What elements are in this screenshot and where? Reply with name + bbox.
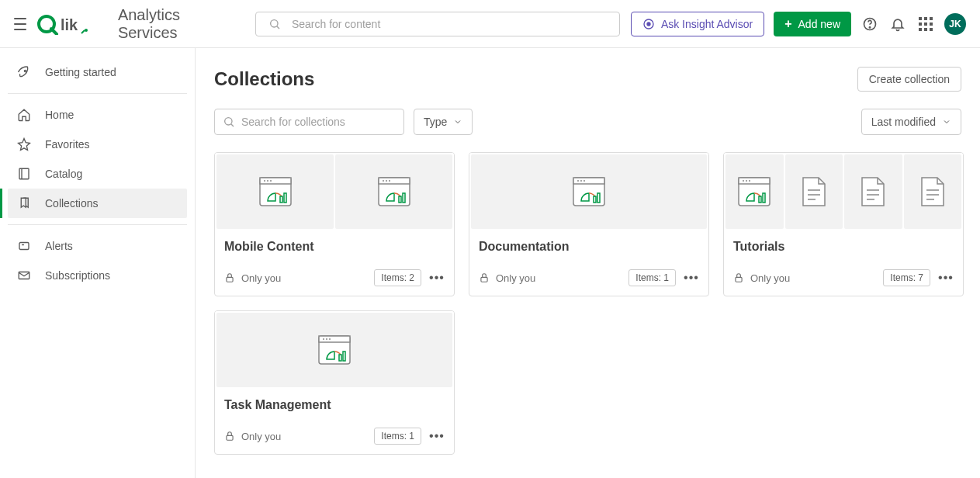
lock-icon: [479, 272, 490, 283]
type-filter-label: Type: [424, 116, 447, 128]
more-actions-icon[interactable]: •••: [684, 270, 699, 286]
app-launcher-icon[interactable]: [916, 15, 935, 33]
svg-rect-15: [924, 28, 927, 31]
tenant-name: Analytics Services: [118, 6, 218, 42]
plus-icon: +: [784, 18, 791, 30]
visibility-label: Only you: [241, 431, 281, 442]
collection-footer: Only youItems: 1•••: [469, 265, 708, 296]
svg-point-5: [647, 23, 650, 26]
ask-insight-advisor-button[interactable]: Ask Insight Advisor: [631, 12, 764, 36]
svg-point-32: [386, 180, 387, 182]
sidebar-item-label: Subscriptions: [45, 269, 110, 282]
doc-thumb-icon: [904, 154, 962, 229]
main-content: Collections Create collection Type Last …: [196, 48, 980, 478]
lock-icon: [224, 272, 235, 283]
add-new-label: Add new: [798, 18, 840, 30]
svg-point-26: [270, 180, 272, 182]
collection-card[interactable]: Mobile ContentOnly youItems: 2•••: [214, 152, 455, 296]
search-icon: [265, 15, 284, 33]
collection-search-input[interactable]: [241, 116, 396, 128]
more-actions-icon[interactable]: •••: [938, 270, 954, 286]
notifications-icon[interactable]: [888, 15, 907, 33]
app-thumb-icon: [335, 154, 452, 229]
page-header: Collections Create collection: [214, 67, 961, 92]
sort-dropdown[interactable]: Last modified: [861, 109, 961, 135]
app-thumb-icon: [216, 154, 334, 229]
qlik-logo[interactable]: lik: [37, 13, 90, 35]
svg-rect-16: [930, 28, 933, 31]
add-new-button[interactable]: + Add new: [774, 12, 851, 36]
collection-thumbnails: [215, 311, 454, 389]
ask-insight-advisor-label: Ask Insight Advisor: [661, 18, 753, 30]
sort-label: Last modified: [871, 116, 936, 128]
svg-rect-8: [919, 17, 922, 20]
visibility-label: Only you: [496, 272, 535, 284]
visibility-label: Only you: [241, 272, 281, 284]
collection-thumbnails: [469, 153, 708, 230]
svg-rect-36: [227, 277, 233, 282]
svg-point-33: [389, 180, 390, 182]
svg-rect-9: [924, 17, 927, 20]
svg-rect-69: [227, 435, 233, 440]
svg-rect-19: [19, 243, 29, 250]
sidebar-item-catalog[interactable]: Catalog: [8, 159, 187, 189]
svg-point-40: [580, 180, 582, 182]
global-search[interactable]: [255, 12, 620, 36]
svg-rect-61: [736, 277, 742, 282]
collection-footer: Only youItems: 7•••: [724, 265, 963, 296]
insight-icon: [642, 18, 655, 30]
alert-icon: [17, 239, 31, 253]
svg-point-64: [323, 338, 324, 340]
rocket-icon: [17, 65, 31, 79]
collection-title: Documentation: [479, 240, 699, 254]
sidebar-item-label: Collections: [45, 197, 98, 210]
collections-grid: Mobile ContentOnly youItems: 2•••Documen…: [214, 152, 961, 455]
more-actions-icon[interactable]: •••: [429, 270, 445, 286]
catalog-icon: [17, 167, 31, 181]
help-icon[interactable]: [861, 15, 879, 33]
sidebar-item-getting-started[interactable]: Getting started: [8, 57, 187, 87]
menu-toggle[interactable]: [14, 18, 26, 30]
svg-rect-13: [930, 23, 933, 26]
svg-point-25: [267, 180, 268, 182]
collection-title: Tutorials: [733, 240, 954, 254]
doc-thumb-icon: [785, 154, 843, 229]
visibility-label: Only you: [750, 272, 790, 284]
svg-rect-44: [481, 277, 487, 282]
svg-rect-11: [919, 23, 922, 26]
svg-point-47: [743, 180, 744, 182]
doc-thumb-icon: [844, 154, 902, 229]
star-icon: [17, 137, 31, 151]
svg-point-41: [583, 180, 585, 182]
sidebar-item-subscriptions[interactable]: Subscriptions: [8, 261, 187, 290]
sidebar-item-label: Favorites: [45, 138, 90, 151]
items-badge: Items: 2: [374, 269, 421, 286]
collection-card[interactable]: DocumentationOnly youItems: 1•••: [469, 152, 709, 296]
more-actions-icon[interactable]: •••: [429, 428, 445, 444]
app-thumb-icon: [725, 154, 784, 229]
collection-search[interactable]: [214, 109, 404, 135]
svg-point-39: [577, 180, 579, 182]
global-search-input[interactable]: [292, 18, 610, 30]
svg-point-49: [749, 180, 750, 182]
type-filter[interactable]: Type: [414, 109, 473, 135]
svg-point-48: [746, 180, 747, 182]
collection-thumbnails: [724, 153, 963, 230]
top-bar: lik Analytics Services Ask Insight Advis…: [0, 0, 980, 48]
collection-card[interactable]: Task ManagementOnly youItems: 1•••: [214, 310, 455, 455]
svg-rect-18: [19, 168, 29, 179]
app-thumb-icon: [471, 154, 707, 229]
sidebar-item-favorites[interactable]: Favorites: [8, 130, 187, 159]
items-badge: Items: 1: [629, 269, 676, 286]
sidebar-item-home[interactable]: Home: [8, 100, 187, 130]
user-avatar[interactable]: JK: [944, 13, 966, 35]
svg-point-24: [264, 180, 265, 182]
svg-text:lik: lik: [61, 16, 78, 33]
svg-point-31: [383, 180, 384, 182]
main-layout: Getting started Home Favorites: [0, 48, 980, 478]
sidebar-item-alerts[interactable]: Alerts: [8, 231, 187, 261]
sidebar-item-collections[interactable]: Collections: [8, 189, 187, 218]
collection-card[interactable]: TutorialsOnly youItems: 7•••: [723, 152, 964, 296]
create-collection-button[interactable]: Create collection: [857, 67, 961, 92]
collection-title: Mobile Content: [224, 240, 445, 254]
